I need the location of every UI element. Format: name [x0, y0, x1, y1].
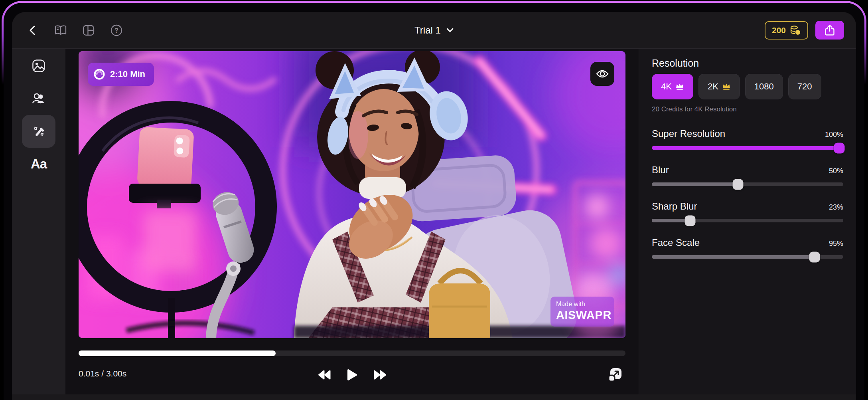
watermark-brand: AISWAPR	[556, 309, 609, 322]
timeline-progress-fill	[79, 350, 276, 356]
sidebar-item-text[interactable]: Aa	[22, 148, 55, 180]
device-frame: ? Trial 1 200	[0, 0, 868, 400]
share-export-icon	[824, 24, 835, 36]
slider-thumb[interactable]	[809, 251, 820, 262]
frame-body: ? Trial 1 200	[4, 3, 864, 400]
editor-stage: 2:10 Min Made with AISWAPR	[65, 49, 639, 394]
chevron-down-icon	[446, 28, 454, 32]
project-title: Trial 1	[414, 25, 441, 36]
resolution-heading: Resolution	[652, 57, 843, 69]
slider-thumb[interactable]	[733, 179, 744, 190]
slider-label: Face Scale	[652, 237, 700, 248]
open-book-icon	[54, 24, 67, 36]
play-button[interactable]	[347, 369, 357, 381]
export-share-button[interactable]	[815, 21, 844, 40]
help-circle-icon: ?	[110, 24, 123, 37]
resolution-option-720[interactable]: 720	[788, 74, 821, 99]
slider-track[interactable]	[652, 182, 843, 186]
app-window: ? Trial 1 200	[12, 12, 856, 400]
sidebar-item-media[interactable]	[22, 50, 55, 82]
slider-blur: Blur 50%	[652, 164, 843, 186]
coins-icon	[790, 25, 801, 36]
resolution-option-label: 1080	[754, 81, 774, 92]
slider-track[interactable]	[652, 255, 843, 259]
layout-panels-icon	[83, 25, 95, 36]
help-button[interactable]: ?	[109, 23, 124, 38]
duration-spinner-icon	[93, 68, 105, 80]
crown-icon	[675, 83, 684, 90]
settings-panel: Resolution 4K 2K	[639, 49, 856, 394]
resolution-credit-note: 20 Credits for 4K Resolution	[652, 105, 843, 113]
credits-count: 200	[772, 26, 786, 35]
preview-eye-icon	[596, 69, 609, 79]
project-title-dropdown[interactable]: Trial 1	[414, 25, 454, 36]
slider-value: 95%	[829, 240, 843, 248]
watermark-small-text: Made with	[556, 301, 609, 308]
resolution-option-label: 4K	[661, 81, 672, 92]
rewind-button[interactable]	[318, 370, 331, 380]
magic-wand-icon	[32, 124, 46, 139]
fast-forward-icon	[373, 370, 387, 380]
preview-compare-button[interactable]	[590, 62, 614, 86]
transport-controls	[318, 364, 387, 386]
slider-value: 100%	[825, 131, 843, 139]
resolution-option-2k[interactable]: 2K	[698, 74, 740, 99]
slider-thumb[interactable]	[834, 143, 845, 153]
guide-button[interactable]	[53, 23, 68, 38]
slider-fill	[652, 182, 738, 186]
slider-super-resolution: Super Resolution 100%	[652, 128, 843, 150]
sidebar-item-faces[interactable]	[22, 82, 55, 115]
layout-button[interactable]	[81, 23, 96, 38]
slider-label: Blur	[652, 164, 669, 176]
tool-sidebar: Aa	[12, 49, 65, 394]
resolution-options: 4K 2K	[652, 74, 843, 99]
top-bar: ? Trial 1 200	[12, 12, 856, 49]
watermark: Made with AISWAPR	[550, 297, 614, 327]
back-button[interactable]	[26, 23, 40, 38]
slider-label: Sharp Blur	[652, 201, 697, 212]
fast-forward-button[interactable]	[373, 370, 387, 380]
slider-fill	[652, 255, 815, 259]
timeline-scrubber[interactable]	[79, 350, 625, 356]
resolution-option-label: 2K	[708, 81, 718, 92]
slider-track[interactable]	[652, 219, 843, 222]
expand-scale-icon	[607, 366, 623, 382]
duration-badge-label: 2:10 Min	[110, 69, 145, 79]
slider-thumb[interactable]	[685, 215, 696, 226]
resolution-option-1080[interactable]: 1080	[745, 74, 783, 99]
slider-value: 50%	[829, 167, 843, 175]
crown-icon	[722, 83, 731, 90]
slider-value: 23%	[829, 203, 843, 212]
resolution-option-label: 720	[797, 81, 812, 92]
back-chevron-icon	[27, 24, 39, 36]
rewind-icon	[318, 370, 331, 380]
resolution-option-4k[interactable]: 4K	[652, 74, 693, 99]
slider-label: Super Resolution	[652, 128, 725, 139]
time-display: 0.01s / 3.00s	[79, 369, 126, 378]
expand-preview-button[interactable]	[607, 366, 623, 382]
slider-fill	[652, 146, 839, 150]
video-preview[interactable]: 2:10 Min Made with AISWAPR	[79, 51, 625, 338]
people-icon	[32, 92, 45, 105]
video-frame-art	[79, 51, 625, 338]
text-tool-label: Aa	[31, 156, 47, 172]
svg-text:?: ?	[114, 27, 118, 34]
play-icon	[347, 369, 357, 381]
image-icon	[32, 59, 45, 73]
slider-sharp-blur: Sharp Blur 23%	[652, 201, 843, 222]
sidebar-item-enhance[interactable]	[22, 115, 55, 148]
duration-badge[interactable]: 2:10 Min	[88, 63, 154, 86]
credits-badge[interactable]: 200	[765, 21, 808, 40]
slider-track[interactable]	[652, 146, 843, 150]
slider-face-scale: Face Scale 95%	[652, 237, 843, 259]
